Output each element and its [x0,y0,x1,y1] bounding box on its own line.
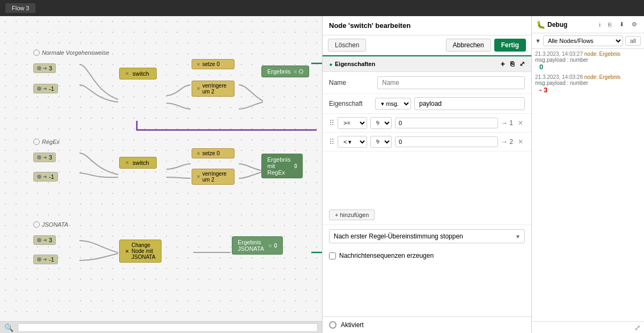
rules-spacer [323,151,531,205]
property-type-select[interactable]: ▾ msg. [375,98,411,110]
edit-panel-header: Node 'switch' bearbeiten [323,16,531,35]
rule-type-1[interactable]: % ▾ [370,117,392,129]
debug-expand-icon[interactable]: ⤢ [634,323,641,332]
tag-icon: ⬥ [329,61,333,67]
debug-clear-button[interactable]: all [625,36,641,46]
debug-value-1: 0 [535,63,641,71]
group-label-normale: Normale Vorgehensweise [33,49,109,56]
change-node-jsonata[interactable]: ✕ Change Node mit JSONATA [119,240,162,263]
rule-value-2[interactable] [395,136,498,147]
inject-regex-3[interactable]: ➔ 3 [33,153,56,162]
rule-op-2[interactable]: < ▾ [338,136,367,148]
rule-type-2[interactable]: % ▾ [370,136,392,148]
output-node-ergebnis[interactable]: Ergebnis ≡ [261,66,309,77]
debug-filter-bar: ▼ Alle Nodes/Flows all [532,33,644,49]
function-node-setze0[interactable]: ✕ setze 0 [192,59,235,69]
canvas-area: Normale Vorgehensweise ➔ 3 ➔ -1 [0,16,322,333]
group-label-regex: RegEx [33,139,60,145]
cancel-button[interactable]: Abbrechen [446,39,491,52]
filter-icon: ▼ [535,38,541,44]
debug-header: 🐛 Debug i ⎘ ⬇ ⚙ [532,16,644,33]
canvas-bottom-bar: 🔍 [0,321,322,333]
debug-settings-button[interactable]: ⚙ [629,19,640,30]
debug-entry-1: 21.3.2023, 14:03:27 node: Ergebnis msg.p… [535,51,641,71]
output-port-jsonata [274,243,277,248]
debug-type-2: msg.payload : number [535,80,641,86]
port-in-2 [37,86,41,91]
edit-panel-title: Node 'switch' bearbeiten [329,21,411,30]
function-node-regex-verringere[interactable]: ✕ verringere um 2 [192,169,235,185]
function-node-regex-setze0[interactable]: ✕ setze 0 [192,148,235,158]
node-group-regex: RegEx ➔ 3 ➔ -1 switch [33,139,60,148]
inject-regex-neg1[interactable]: ➔ -1 [33,172,58,182]
property-row: Eigenschaft ▾ msg. payload [323,94,531,114]
debug-icon: 🐛 [536,20,545,29]
stop-select[interactable]: Nach erster Regel-Übereinstimmung stoppe… [329,229,525,243]
name-input[interactable] [377,76,525,89]
port-in [37,66,41,70]
debug-info-button[interactable]: i [597,20,603,30]
inject-jsonata-neg1[interactable]: ➔ -1 [33,255,58,264]
edit-panel-body: ⬥ Eigenschaften + ⎘ ⤢ Name Eigenschaft ▾… [323,55,531,316]
node-group-jsonata: JSONATA ➔ 3 ➔ -1 ✕ Change No [33,221,68,231]
output-node-regex[interactable]: Ergebnis mit RegEx [261,154,303,178]
rule-row-2: ⠿ < ▾ % ▾ → 2 ✕ [323,133,531,151]
debug-copy-button[interactable]: ⎘ [605,20,614,30]
copy-icon[interactable]: ⎘ [510,60,514,68]
rule-row-1: ⠿ >= % ▾ → 1 ✕ [323,114,531,133]
switch-node-2[interactable]: switch [119,157,157,169]
property-label: Eigenschaft [329,100,372,107]
debug-meta-1: 21.3.2023, 14:03:27 node: Ergebnis [535,51,641,57]
output-port-regex [295,164,297,168]
canvas-scrollbar[interactable] [18,323,318,332]
add-property-icon[interactable]: + [501,60,505,68]
done-button[interactable]: Fertig [494,39,526,52]
sequences-label: Nachrichtensequenzen erzeugen [339,252,434,259]
expand-icon[interactable]: ⤢ [519,60,525,68]
debug-value-2: - 3 [535,86,641,94]
group-circle-jsonata [33,221,40,228]
output-node-jsonata[interactable]: Ergebnis JSONATA ≡ [232,236,283,255]
edit-toolbar: Löschen Abbrechen Fertig [323,35,531,55]
activate-circle[interactable] [329,321,336,329]
rule-handle-1[interactable]: ⠿ [329,119,334,127]
debug-download-button[interactable]: ⬇ [617,19,627,30]
inject-node-3[interactable]: ➔ 3 [33,63,56,73]
debug-filter-select[interactable]: Alle Nodes/Flows [543,35,623,46]
rule-arrow-2: → 2 [501,138,513,146]
debug-entry-2: 21.3.2023, 14:03:28 node: Ergebnis msg.p… [535,74,641,94]
group-circle [33,49,40,56]
name-row: Name [323,72,531,94]
section-properties-header: ⬥ Eigenschaften + ⎘ ⤢ [323,55,531,72]
debug-title: Debug [547,21,595,28]
stop-select-wrap: Nach erster Regel-Übereinstimmung stoppe… [329,229,525,243]
debug-node-name-2: node: Ergebnis [584,74,620,80]
debug-type-1: msg.payload : number [535,57,641,63]
checkbox-row: Nachrichtensequenzen erzeugen [323,248,531,264]
sequences-checkbox[interactable] [329,252,336,259]
edit-panel-footer: Aktiviert [323,316,531,333]
inject-jsonata-3[interactable]: ➔ 3 [33,235,56,245]
top-bar: Flow 3 [0,0,644,16]
rule-op-1[interactable]: >= [338,117,367,129]
group-label-jsonata: JSONATA [33,221,68,228]
delete-button[interactable]: Löschen [328,39,366,52]
rule-delete-2[interactable]: ✕ [516,138,525,146]
section-properties-label: Eigenschaften [335,61,375,67]
add-rule-button[interactable]: + hinzufügen [329,209,375,220]
magnify-icon[interactable]: 🔍 [4,323,13,332]
edit-panel: Node 'switch' bearbeiten Löschen Abbrech… [322,16,531,333]
flow-tab[interactable]: Flow 3 [5,3,35,13]
inject-node-neg1[interactable]: ➔ -1 [33,84,58,93]
rule-delete-1[interactable]: ✕ [516,119,525,127]
property-value[interactable]: payload [414,97,525,110]
node-group-normale: Normale Vorgehensweise ➔ 3 ➔ -1 [33,49,109,59]
function-node-verringere[interactable]: ✕ verringere um 2 [192,81,235,97]
switch-node-1[interactable]: switch [119,68,157,79]
add-rule-row: + hinzufügen [323,205,531,225]
output-port [299,69,303,74]
rule-value-1[interactable] [395,118,498,128]
name-label: Name [329,79,372,86]
rule-handle-2[interactable]: ⠿ [329,137,334,146]
activate-label: Aktiviert [341,321,364,329]
